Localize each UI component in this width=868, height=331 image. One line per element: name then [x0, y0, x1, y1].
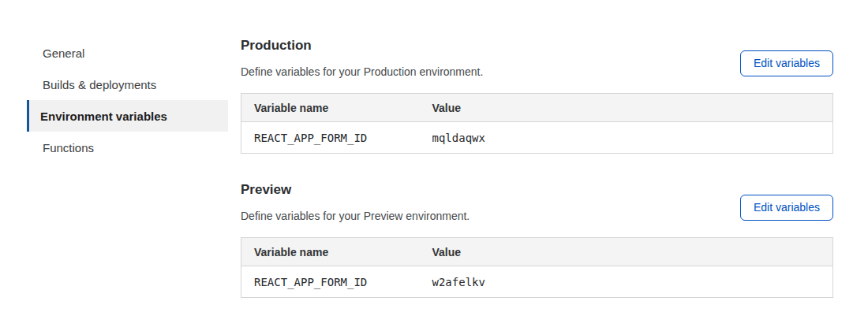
environment-variables-panel: Production Define variables for your Pro…: [241, 38, 833, 298]
variable-name-column-header: Variable name: [241, 94, 420, 122]
table-header-row: Variable name Value: [241, 238, 833, 266]
sidebar-item-builds-deployments[interactable]: Builds & deployments: [27, 69, 228, 100]
variable-value-cell: mqldaqwx: [420, 122, 833, 154]
production-variables-table: Variable name Value REACT_APP_FORM_ID mq…: [241, 93, 833, 154]
preview-edit-variables-button[interactable]: Edit variables: [740, 195, 833, 221]
variable-name-cell: REACT_APP_FORM_ID: [241, 266, 420, 298]
production-section: Production Define variables for your Pro…: [241, 38, 833, 154]
table-row: REACT_APP_FORM_ID mqldaqwx: [241, 122, 833, 154]
variable-name-column-header: Variable name: [241, 238, 420, 266]
table-row: REACT_APP_FORM_ID w2afelkv: [241, 266, 833, 298]
settings-sidebar: General Builds & deployments Environment…: [27, 37, 228, 163]
settings-page: General Builds & deployments Environment…: [0, 0, 868, 331]
sidebar-item-general[interactable]: General: [27, 37, 228, 69]
table-header-row: Variable name Value: [241, 94, 833, 122]
preview-variables-table: Variable name Value REACT_APP_FORM_ID w2…: [241, 237, 833, 298]
variable-name-cell: REACT_APP_FORM_ID: [241, 122, 420, 154]
preview-section: Preview Define variables for your Previe…: [241, 182, 833, 298]
value-column-header: Value: [420, 238, 833, 266]
sidebar-item-environment-variables[interactable]: Environment variables: [27, 100, 228, 132]
production-edit-variables-button[interactable]: Edit variables: [740, 50, 833, 76]
value-column-header: Value: [420, 94, 833, 122]
sidebar-item-functions[interactable]: Functions: [27, 132, 228, 163]
variable-value-cell: w2afelkv: [420, 266, 833, 298]
